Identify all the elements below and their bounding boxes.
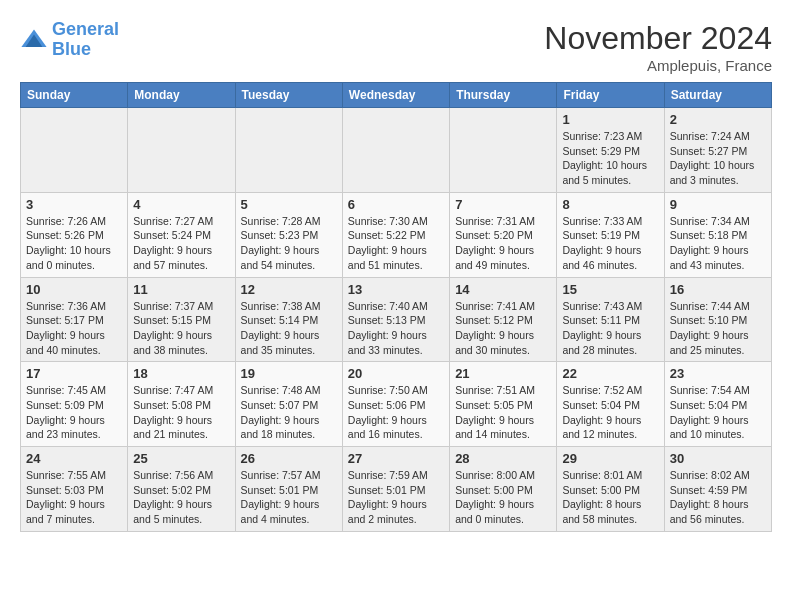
day-number: 2 <box>670 112 766 127</box>
calendar-cell: 30Sunrise: 8:02 AMSunset: 4:59 PMDayligh… <box>664 447 771 532</box>
day-number: 9 <box>670 197 766 212</box>
day-info: Sunrise: 7:38 AMSunset: 5:14 PMDaylight:… <box>241 299 337 358</box>
day-number: 11 <box>133 282 229 297</box>
day-info: Sunrise: 7:45 AMSunset: 5:09 PMDaylight:… <box>26 383 122 442</box>
calendar-cell: 28Sunrise: 8:00 AMSunset: 5:00 PMDayligh… <box>450 447 557 532</box>
day-info: Sunrise: 8:02 AMSunset: 4:59 PMDaylight:… <box>670 468 766 527</box>
day-number: 6 <box>348 197 444 212</box>
day-number: 7 <box>455 197 551 212</box>
calendar-cell: 2Sunrise: 7:24 AMSunset: 5:27 PMDaylight… <box>664 108 771 193</box>
calendar-cell: 19Sunrise: 7:48 AMSunset: 5:07 PMDayligh… <box>235 362 342 447</box>
day-info: Sunrise: 7:47 AMSunset: 5:08 PMDaylight:… <box>133 383 229 442</box>
calendar-cell: 22Sunrise: 7:52 AMSunset: 5:04 PMDayligh… <box>557 362 664 447</box>
day-info: Sunrise: 7:34 AMSunset: 5:18 PMDaylight:… <box>670 214 766 273</box>
day-info: Sunrise: 7:43 AMSunset: 5:11 PMDaylight:… <box>562 299 658 358</box>
day-number: 29 <box>562 451 658 466</box>
day-number: 26 <box>241 451 337 466</box>
calendar-cell: 10Sunrise: 7:36 AMSunset: 5:17 PMDayligh… <box>21 277 128 362</box>
calendar-cell: 11Sunrise: 7:37 AMSunset: 5:15 PMDayligh… <box>128 277 235 362</box>
day-number: 20 <box>348 366 444 381</box>
day-info: Sunrise: 7:54 AMSunset: 5:04 PMDaylight:… <box>670 383 766 442</box>
calendar-cell <box>128 108 235 193</box>
calendar-cell: 5Sunrise: 7:28 AMSunset: 5:23 PMDaylight… <box>235 192 342 277</box>
day-info: Sunrise: 7:28 AMSunset: 5:23 PMDaylight:… <box>241 214 337 273</box>
calendar-cell: 26Sunrise: 7:57 AMSunset: 5:01 PMDayligh… <box>235 447 342 532</box>
logo-icon <box>20 26 48 54</box>
day-info: Sunrise: 8:01 AMSunset: 5:00 PMDaylight:… <box>562 468 658 527</box>
weekday-header: Monday <box>128 83 235 108</box>
calendar-cell: 24Sunrise: 7:55 AMSunset: 5:03 PMDayligh… <box>21 447 128 532</box>
calendar-cell: 27Sunrise: 7:59 AMSunset: 5:01 PMDayligh… <box>342 447 449 532</box>
day-number: 28 <box>455 451 551 466</box>
day-info: Sunrise: 7:24 AMSunset: 5:27 PMDaylight:… <box>670 129 766 188</box>
month-title: November 2024 <box>544 20 772 57</box>
day-number: 14 <box>455 282 551 297</box>
calendar-week-row: 17Sunrise: 7:45 AMSunset: 5:09 PMDayligh… <box>21 362 772 447</box>
calendar-cell: 17Sunrise: 7:45 AMSunset: 5:09 PMDayligh… <box>21 362 128 447</box>
day-number: 5 <box>241 197 337 212</box>
calendar-cell <box>342 108 449 193</box>
day-info: Sunrise: 7:36 AMSunset: 5:17 PMDaylight:… <box>26 299 122 358</box>
day-number: 10 <box>26 282 122 297</box>
calendar-week-row: 24Sunrise: 7:55 AMSunset: 5:03 PMDayligh… <box>21 447 772 532</box>
calendar-cell: 18Sunrise: 7:47 AMSunset: 5:08 PMDayligh… <box>128 362 235 447</box>
day-number: 4 <box>133 197 229 212</box>
day-info: Sunrise: 7:48 AMSunset: 5:07 PMDaylight:… <box>241 383 337 442</box>
calendar-cell <box>450 108 557 193</box>
day-number: 27 <box>348 451 444 466</box>
calendar-cell: 29Sunrise: 8:01 AMSunset: 5:00 PMDayligh… <box>557 447 664 532</box>
day-number: 17 <box>26 366 122 381</box>
day-info: Sunrise: 7:37 AMSunset: 5:15 PMDaylight:… <box>133 299 229 358</box>
weekday-header: Tuesday <box>235 83 342 108</box>
day-number: 18 <box>133 366 229 381</box>
location: Amplepuis, France <box>544 57 772 74</box>
calendar-cell: 6Sunrise: 7:30 AMSunset: 5:22 PMDaylight… <box>342 192 449 277</box>
day-info: Sunrise: 7:31 AMSunset: 5:20 PMDaylight:… <box>455 214 551 273</box>
calendar-week-row: 3Sunrise: 7:26 AMSunset: 5:26 PMDaylight… <box>21 192 772 277</box>
calendar-cell: 16Sunrise: 7:44 AMSunset: 5:10 PMDayligh… <box>664 277 771 362</box>
day-info: Sunrise: 7:55 AMSunset: 5:03 PMDaylight:… <box>26 468 122 527</box>
day-number: 23 <box>670 366 766 381</box>
day-info: Sunrise: 7:44 AMSunset: 5:10 PMDaylight:… <box>670 299 766 358</box>
day-info: Sunrise: 7:26 AMSunset: 5:26 PMDaylight:… <box>26 214 122 273</box>
weekday-header: Saturday <box>664 83 771 108</box>
day-number: 30 <box>670 451 766 466</box>
calendar-cell: 4Sunrise: 7:27 AMSunset: 5:24 PMDaylight… <box>128 192 235 277</box>
day-number: 13 <box>348 282 444 297</box>
day-number: 3 <box>26 197 122 212</box>
day-number: 19 <box>241 366 337 381</box>
calendar-table: SundayMondayTuesdayWednesdayThursdayFrid… <box>20 82 772 532</box>
day-number: 15 <box>562 282 658 297</box>
calendar-cell: 9Sunrise: 7:34 AMSunset: 5:18 PMDaylight… <box>664 192 771 277</box>
day-info: Sunrise: 7:27 AMSunset: 5:24 PMDaylight:… <box>133 214 229 273</box>
day-number: 21 <box>455 366 551 381</box>
calendar-cell: 21Sunrise: 7:51 AMSunset: 5:05 PMDayligh… <box>450 362 557 447</box>
day-info: Sunrise: 7:33 AMSunset: 5:19 PMDaylight:… <box>562 214 658 273</box>
calendar-cell: 14Sunrise: 7:41 AMSunset: 5:12 PMDayligh… <box>450 277 557 362</box>
day-number: 1 <box>562 112 658 127</box>
weekday-header: Thursday <box>450 83 557 108</box>
day-info: Sunrise: 8:00 AMSunset: 5:00 PMDaylight:… <box>455 468 551 527</box>
calendar-cell: 1Sunrise: 7:23 AMSunset: 5:29 PMDaylight… <box>557 108 664 193</box>
day-info: Sunrise: 7:51 AMSunset: 5:05 PMDaylight:… <box>455 383 551 442</box>
day-info: Sunrise: 7:50 AMSunset: 5:06 PMDaylight:… <box>348 383 444 442</box>
day-number: 22 <box>562 366 658 381</box>
calendar-week-row: 1Sunrise: 7:23 AMSunset: 5:29 PMDaylight… <box>21 108 772 193</box>
calendar-cell: 7Sunrise: 7:31 AMSunset: 5:20 PMDaylight… <box>450 192 557 277</box>
day-info: Sunrise: 7:41 AMSunset: 5:12 PMDaylight:… <box>455 299 551 358</box>
calendar-cell: 25Sunrise: 7:56 AMSunset: 5:02 PMDayligh… <box>128 447 235 532</box>
day-number: 8 <box>562 197 658 212</box>
calendar-cell: 20Sunrise: 7:50 AMSunset: 5:06 PMDayligh… <box>342 362 449 447</box>
day-info: Sunrise: 7:56 AMSunset: 5:02 PMDaylight:… <box>133 468 229 527</box>
day-info: Sunrise: 7:40 AMSunset: 5:13 PMDaylight:… <box>348 299 444 358</box>
day-info: Sunrise: 7:59 AMSunset: 5:01 PMDaylight:… <box>348 468 444 527</box>
logo-text: General Blue <box>52 20 119 60</box>
calendar-header-row: SundayMondayTuesdayWednesdayThursdayFrid… <box>21 83 772 108</box>
weekday-header: Sunday <box>21 83 128 108</box>
weekday-header: Wednesday <box>342 83 449 108</box>
day-info: Sunrise: 7:52 AMSunset: 5:04 PMDaylight:… <box>562 383 658 442</box>
logo: General Blue <box>20 20 119 60</box>
logo-line2: Blue <box>52 39 91 59</box>
day-number: 12 <box>241 282 337 297</box>
calendar-cell: 8Sunrise: 7:33 AMSunset: 5:19 PMDaylight… <box>557 192 664 277</box>
